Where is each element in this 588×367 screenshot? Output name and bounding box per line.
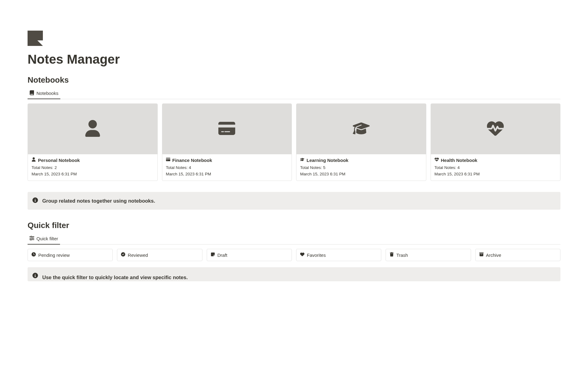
- notebook-card-finance[interactable]: Finance Notebook Total Notes: 4 March 15…: [162, 103, 292, 181]
- notebook-card-health[interactable]: Health Notebook Total Notes: 4 March 15,…: [431, 103, 561, 181]
- card-title: Learning Notebook: [307, 158, 349, 163]
- heart-pulse-icon: [435, 157, 439, 163]
- filter-label: Pending review: [38, 253, 70, 258]
- sliders-icon: [29, 236, 34, 242]
- card-cover: [162, 104, 292, 154]
- quick-filter-info-banner: Use the quick filter to quickly locate a…: [28, 267, 560, 281]
- card-date: March 15, 2023 6:31 PM: [32, 172, 154, 176]
- check-circle-icon: [121, 252, 125, 258]
- filter-reviewed[interactable]: Reviewed: [117, 249, 202, 261]
- card-title: Personal Notebook: [38, 158, 80, 163]
- card-cover: [28, 104, 157, 154]
- filter-cards: Pending review Reviewed Draft Favorites …: [28, 249, 560, 261]
- graduation-cap-icon: [353, 120, 370, 138]
- filter-favorites[interactable]: Favorites: [296, 249, 381, 261]
- card-total: Total Notes: 2: [32, 165, 154, 170]
- tab-label: Notebooks: [36, 91, 58, 96]
- filter-pending-review[interactable]: Pending review: [28, 249, 113, 261]
- card-total: Total Notes: 4: [435, 165, 557, 170]
- notebook-card-personal[interactable]: Personal Notebook Total Notes: 2 March 1…: [28, 103, 158, 181]
- card-date: March 15, 2023 6:31 PM: [166, 172, 288, 176]
- quick-filter-tabs: Quick filter: [28, 233, 560, 245]
- notebook-card-learning[interactable]: Learning Notebook Total Notes: 5 March 1…: [296, 103, 426, 181]
- trash-icon: [390, 252, 394, 258]
- card-total: Total Notes: 4: [166, 165, 288, 170]
- heart-pulse-icon: [487, 120, 504, 138]
- heart-icon: [300, 252, 304, 258]
- info-text: Group related notes together using noteb…: [42, 198, 155, 204]
- card-body: Finance Notebook Total Notes: 4 March 15…: [162, 154, 292, 181]
- card-title: Health Notebook: [441, 158, 477, 163]
- notebooks-cards: Personal Notebook Total Notes: 2 March 1…: [28, 103, 560, 181]
- filter-label: Draft: [217, 253, 228, 258]
- filter-label: Reviewed: [128, 253, 148, 258]
- card-body: Learning Notebook Total Notes: 5 March 1…: [296, 154, 426, 181]
- person-icon: [32, 157, 36, 163]
- card-date: March 15, 2023 6:31 PM: [435, 172, 557, 176]
- tab-notebooks[interactable]: Notebooks: [28, 88, 60, 99]
- graduation-cap-icon: [300, 157, 304, 163]
- clock-icon: [32, 252, 36, 258]
- filter-label: Favorites: [307, 253, 326, 258]
- card-cover: [431, 104, 560, 154]
- quick-filter-heading: Quick filter: [28, 221, 560, 230]
- filter-trash[interactable]: Trash: [386, 249, 471, 261]
- tab-quick-filter[interactable]: Quick filter: [28, 233, 60, 245]
- card-title: Finance Notebook: [172, 158, 212, 163]
- book-icon: [29, 90, 34, 96]
- filter-label: Archive: [486, 253, 501, 258]
- credit-card-icon: [166, 157, 170, 163]
- credit-card-icon: [218, 120, 235, 138]
- info-icon: [32, 273, 38, 279]
- card-total: Total Notes: 5: [300, 165, 422, 170]
- tab-label: Quick filter: [36, 236, 58, 241]
- card-body: Personal Notebook Total Notes: 2 March 1…: [28, 154, 157, 181]
- notebooks-tabs: Notebooks: [28, 88, 560, 99]
- card-date: March 15, 2023 6:31 PM: [300, 172, 422, 176]
- page-icon: [28, 31, 43, 46]
- notebooks-heading: Notebooks: [28, 75, 560, 85]
- filter-label: Trash: [396, 253, 408, 258]
- card-body: Health Notebook Total Notes: 4 March 15,…: [431, 154, 560, 181]
- filter-draft[interactable]: Draft: [207, 249, 292, 261]
- note-sticky-icon: [211, 252, 215, 258]
- page-title: Notes Manager: [28, 52, 560, 67]
- filter-archive[interactable]: Archive: [475, 249, 560, 261]
- person-icon: [84, 120, 101, 138]
- card-cover: [296, 104, 426, 154]
- info-icon: [32, 197, 38, 204]
- box-archive-icon: [479, 252, 484, 258]
- notebooks-info-banner: Group related notes together using noteb…: [28, 192, 560, 210]
- info-text: Use the quick filter to quickly locate a…: [42, 275, 188, 280]
